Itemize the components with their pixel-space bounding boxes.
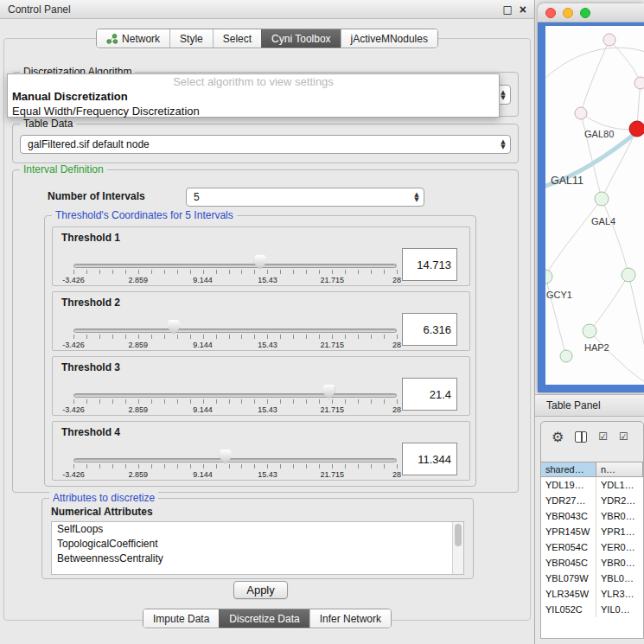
threshold-value-field[interactable]: 14.713 [402,248,457,281]
gear-icon[interactable]: ⚙ [552,429,564,445]
table-data-combo[interactable]: galFiltered.sif default node ▲▼ [20,135,511,154]
network-svg: GAL80GAL11GAL4GCY1HAP2 [545,26,644,385]
numerical-attributes-label: Numerical Attributes [51,506,153,518]
tab-label: Cyni Toolbox [271,33,330,45]
close-icon[interactable]: × [520,4,526,15]
column-header-shared-name[interactable]: shared… [541,462,596,476]
network-edge [628,275,644,348]
scrollbar-thumb[interactable] [455,524,462,546]
table-toolbar: ⚙ ☑ ☑ [541,422,643,451]
table-panel-title: Table Panel [546,399,601,411]
table-row[interactable]: YIL052CYIL0… [541,602,643,617]
table-row[interactable]: YPR145WYPR1… [541,524,643,539]
scale-label: 2.859 [129,341,149,349]
zoom-traffic-light-icon[interactable] [580,8,590,18]
tab-jactivemnodules[interactable]: jActiveMNodules [341,29,437,48]
table-cell: YBR043C [541,508,596,524]
close-traffic-light-icon[interactable] [545,8,556,18]
table-row[interactable]: YBR045CYBR0… [541,555,643,571]
table-cell: YPR145W [541,524,596,539]
scale-label: 9.144 [193,405,213,414]
network-node[interactable] [634,77,644,89]
tab-label: Discretize Data [229,613,299,625]
network-edge [609,40,641,83]
tab-cyni-toolbox[interactable]: Cyni Toolbox [261,29,340,48]
table-panel-window: ⚙ ☑ ☑ shared… n… YDL19…YDL1…YDR27…YDR2…Y… [540,421,644,639]
network-edge [602,199,628,275]
network-node[interactable] [622,268,635,282]
scale-label: 28 [392,341,401,349]
column-header-name[interactable]: n… [596,462,643,476]
threshold-panel: Threshold 1 -3.426 2.859 9.144 15.43 21.… [52,226,470,286]
scale-label: 9.144 [193,341,213,349]
minimize-traffic-light-icon[interactable] [563,8,573,18]
tab-impute-data[interactable]: Impute Data [143,609,219,628]
slider-track[interactable] [73,264,397,268]
tab-infer-network[interactable]: Infer Network [309,609,391,628]
tab-select[interactable]: Select [213,29,261,48]
number-of-intervals-combo[interactable]: 5 ▲▼ [186,188,424,207]
network-node[interactable] [575,107,587,119]
table-cell: YDR2… [596,493,643,508]
scale-label: 2.859 [129,405,149,414]
network-node[interactable] [583,324,596,338]
float-window-icon[interactable]: □ [502,3,512,16]
network-node-label: GAL11 [551,175,583,187]
table-row[interactable]: YBL079WYBL0… [541,571,643,586]
combo-value: 5 [187,191,410,203]
threshold-panel: Threshold 3 -3.426 2.859 9.144 15.43 21.… [52,356,470,416]
threshold-value-field[interactable]: 11.344 [402,443,457,475]
tab-style[interactable]: Style [169,29,213,48]
network-edge [545,199,602,277]
table-cell: YIL052C [541,602,596,617]
network-node[interactable] [545,270,552,284]
slider-scale: -3.426 2.859 9.144 15.43 21.715 28 [73,470,397,479]
apply-button[interactable]: Apply [233,581,288,599]
network-node[interactable] [629,121,644,137]
control-panel-window: Control Panel □ × Network Style Select C… [0,0,535,644]
table-cell: YBL079W [541,571,596,586]
scale-label: 21.715 [320,405,344,414]
scale-label: 15.43 [258,341,277,349]
network-edge [590,331,644,382]
screen: Control Panel □ × Network Style Select C… [0,0,644,644]
tab-network[interactable]: Network [97,29,169,48]
network-node[interactable] [595,192,609,206]
cyni-mode-tab-bar: Impute Data Discretize Data Infer Networ… [143,609,392,628]
scale-label: 21.715 [320,341,344,349]
network-edge [590,275,628,331]
network-canvas[interactable]: GAL80GAL11GAL4GCY1HAP2 [545,26,644,385]
slider-ticks [73,270,398,274]
scale-label: 15.43 [258,276,277,284]
slider-track[interactable] [73,393,397,398]
list-item[interactable]: TopologicalCoefficient [52,537,463,552]
tab-label: Impute Data [153,613,209,625]
dropdown-option-manual-discretization[interactable]: Manual Discretization [8,89,499,104]
slider-track[interactable] [73,328,397,333]
slider-ticks [73,399,398,404]
network-node[interactable] [560,350,572,362]
checkbox-icon[interactable]: ☑ [619,430,628,443]
tab-label: Network [122,33,160,45]
network-node[interactable] [603,34,615,46]
table-cell: YDR27… [541,493,596,508]
table-row[interactable]: YDR27…YDR2… [541,493,643,508]
tab-discretize-data[interactable]: Discretize Data [219,609,309,628]
slider-track[interactable] [73,458,397,462]
threshold-value-field[interactable]: 6.316 [402,313,457,346]
list-item[interactable]: BetweennessCentrality [52,552,463,566]
table-row[interactable]: YBR043CYBR0… [541,508,643,524]
attributes-list[interactable]: SelfLoops TopologicalCoefficient Between… [51,521,464,575]
list-item[interactable]: SelfLoops [52,522,463,537]
table-row[interactable]: YLR345WYLR3… [541,586,643,602]
checkbox-icon[interactable]: ☑ [598,430,608,443]
threshold-value-field[interactable]: 21.4 [402,378,457,411]
scale-label: 9.144 [193,470,213,479]
interval-definition-group: Interval Definition Number of Intervals … [12,169,519,493]
table-row[interactable]: YER054CYER0… [541,539,643,555]
dropdown-option-equal-width-frequency[interactable]: Equal Width/Frequency Discretization [8,104,499,118]
network-node-label: HAP2 [584,342,609,353]
scrollbar[interactable] [452,522,463,574]
table-row[interactable]: YDL19…YDL1… [541,477,643,493]
columns-icon[interactable] [575,431,587,443]
